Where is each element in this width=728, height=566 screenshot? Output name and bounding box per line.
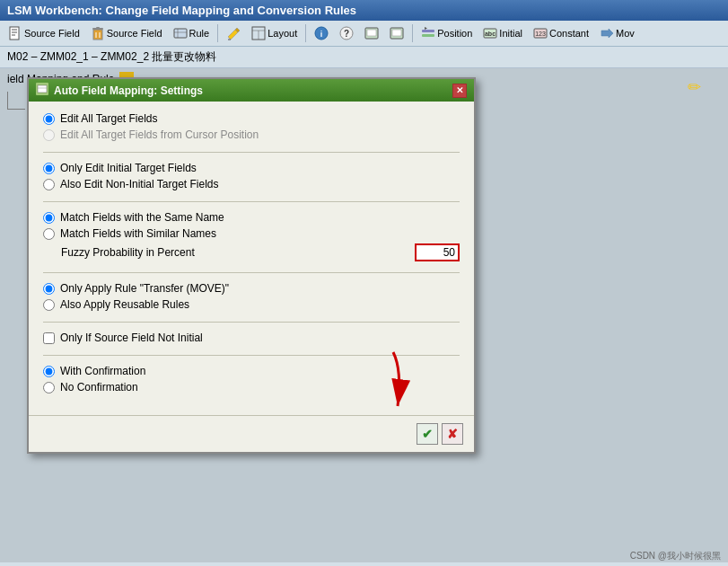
constant-icon: 123 <box>533 26 548 40</box>
checkbox-only-if-source[interactable]: Only If Source Field Not Initial <box>43 332 460 344</box>
radio-with-confirmation-input[interactable] <box>43 366 55 377</box>
svg-rect-25 <box>422 34 434 37</box>
top-right-pencil-icon: ✏ <box>688 78 701 96</box>
radio-no-confirmation[interactable]: No Confirmation <box>43 381 460 394</box>
radio-only-apply-transfer[interactable]: Only Apply Rule "Transfer (MOVE)" <box>43 282 460 295</box>
svg-rect-4 <box>93 30 102 40</box>
title-bar: LSM Workbench: Change Field Mapping and … <box>0 0 728 21</box>
radio-also-apply-reusable[interactable]: Also Apply Reusable Rules <box>43 298 460 311</box>
radio-edit-cursor[interactable]: Edit All Target Fields from Cursor Posit… <box>43 128 460 141</box>
toolbar-label-source-field2: Source Field <box>107 28 162 39</box>
fuzzy-input[interactable] <box>415 243 460 261</box>
svg-text:i: i <box>320 30 323 39</box>
section-initial-target: Only Edit Initial Target Fields Also Edi… <box>43 162 460 190</box>
radio-group-apply-rule: Only Apply Rule "Transfer (MOVE)" Also A… <box>43 282 460 311</box>
dialog-title-icon <box>36 83 48 98</box>
svg-rect-6 <box>96 27 100 29</box>
svg-rect-21 <box>367 30 376 36</box>
radio-same-name-label: Match Fields with the Same Name <box>60 211 224 224</box>
radio-group-match-fields: Match Fields with the Same Name Match Fi… <box>43 211 460 240</box>
radio-edit-all-target-input[interactable] <box>43 113 55 125</box>
watermark-text: CSDN @我小时候很黑 <box>630 551 721 561</box>
dialog-footer: ✔ ✘ <box>29 415 474 452</box>
radio-no-confirmation-input[interactable] <box>43 382 55 394</box>
svg-marker-31 <box>601 29 613 38</box>
radio-with-confirmation-label: With Confirmation <box>60 365 145 377</box>
radio-group-edit-target: Edit All Target Fields Edit All Target F… <box>43 112 460 141</box>
radio-group-initial-target: Only Edit Initial Target Fields Also Edi… <box>43 162 460 190</box>
toolbar-btn-constant[interactable]: 123 Constant <box>529 23 593 43</box>
toolbar-btn-edit[interactable] <box>222 23 245 43</box>
radio-also-non-initial[interactable]: Also Edit Non-Initial Target Fields <box>43 178 460 190</box>
toolbar-label-mov: Mov <box>616 28 635 39</box>
dialog-cancel-button[interactable]: ✘ <box>442 423 463 445</box>
radio-same-name[interactable]: Match Fields with the Same Name <box>43 211 460 224</box>
breadcrumb-bar: M02 – ZMM02_1 – ZMM02_2 批量更改物料 <box>0 47 728 68</box>
radio-same-name-input[interactable] <box>43 212 55 224</box>
svg-rect-0 <box>10 27 19 40</box>
radio-similar-names-label: Match Fields with Similar Names <box>60 227 216 240</box>
separator2 <box>305 24 306 42</box>
radio-edit-cursor-label: Edit All Target Fields from Cursor Posit… <box>60 128 259 141</box>
mov-icon <box>600 26 614 40</box>
separator3 <box>412 24 413 42</box>
svg-rect-33 <box>38 85 47 93</box>
dialog-title-left: Auto Field Mapping: Settings <box>36 83 203 98</box>
toolbar-label-position: Position <box>437 28 472 39</box>
toolbar-btn-source-field-trash[interactable]: Source Field <box>86 23 167 43</box>
toolbar-btn-position[interactable]: Position <box>417 23 477 43</box>
svg-rect-9 <box>174 29 187 38</box>
toolbar-btn-help[interactable]: ? <box>335 23 358 43</box>
trash-icon <box>91 26 105 40</box>
dialog-ok-button[interactable]: ✔ <box>417 423 438 445</box>
modal-overlay: Auto Field Mapping: Settings ✕ Edit All … <box>0 68 728 562</box>
checkbox-only-if-source-input[interactable] <box>43 332 55 344</box>
separator1 <box>217 24 218 42</box>
watermark: CSDN @我小时候很黑 <box>630 550 721 562</box>
radio-edit-all-target[interactable]: Edit All Target Fields <box>43 112 460 125</box>
toolbar-label-constant: Constant <box>549 28 589 39</box>
toolbar-btn-rule[interactable]: Rule <box>169 23 215 43</box>
toolbar-btn-snapshot1[interactable] <box>360 23 383 43</box>
toolbar-btn-layout[interactable]: Layout <box>247 23 302 43</box>
radio-also-non-initial-label: Also Edit Non-Initial Target Fields <box>60 178 219 190</box>
toolbar-btn-info[interactable]: i <box>310 23 333 43</box>
fuzzy-label: Fuzzy Probability in Percent <box>61 246 415 259</box>
toolbar-btn-source-field-doc[interactable]: Source Field <box>4 23 84 43</box>
dialog-body: Edit All Target Fields Edit All Target F… <box>29 102 474 415</box>
layout-icon <box>251 26 266 40</box>
dialog-auto-field-mapping: Auto Field Mapping: Settings ✕ Edit All … <box>27 77 476 454</box>
radio-also-apply-reusable-input[interactable] <box>43 299 55 311</box>
breadcrumb-text: M02 – ZMM02_1 – ZMM02_2 批量更改物料 <box>7 50 216 63</box>
ok-icon: ✔ <box>422 427 433 441</box>
radio-group-confirmation: With Confirmation No Confirmation <box>43 365 460 394</box>
svg-text:123: 123 <box>535 31 546 37</box>
toolbar-label-rule: Rule <box>189 28 210 39</box>
radio-only-apply-transfer-input[interactable] <box>43 283 55 295</box>
section-apply-rule: Only Apply Rule "Transfer (MOVE)" Also A… <box>43 282 460 311</box>
toolbar-btn-mov[interactable]: Mov <box>595 23 639 43</box>
snapshot1-icon <box>364 26 379 40</box>
divider1 <box>43 152 460 153</box>
cancel-icon: ✘ <box>447 427 458 441</box>
radio-similar-names-input[interactable] <box>43 228 55 240</box>
footer-container: ✔ ✘ <box>29 415 474 452</box>
radio-with-confirmation[interactable]: With Confirmation <box>43 365 460 377</box>
radio-only-initial-input[interactable] <box>43 163 55 174</box>
divider5 <box>43 355 460 356</box>
svg-text:abc: abc <box>485 31 496 37</box>
dialog-close-button[interactable]: ✕ <box>452 84 467 98</box>
help-icon: ? <box>339 26 354 40</box>
toolbar-btn-initial[interactable]: abc Initial <box>478 23 527 43</box>
svg-rect-23 <box>392 30 401 36</box>
dialog-title-bar: Auto Field Mapping: Settings ✕ <box>29 79 474 102</box>
divider4 <box>43 322 460 323</box>
position-icon <box>421 26 435 40</box>
radio-also-non-initial-input[interactable] <box>43 179 55 190</box>
radio-no-confirmation-label: No Confirmation <box>60 381 138 394</box>
toolbar-btn-snapshot2[interactable] <box>385 23 408 43</box>
fuzzy-row: Fuzzy Probability in Percent <box>61 243 460 261</box>
divider3 <box>43 272 460 273</box>
radio-similar-names[interactable]: Match Fields with Similar Names <box>43 227 460 240</box>
radio-only-initial[interactable]: Only Edit Initial Target Fields <box>43 162 460 174</box>
